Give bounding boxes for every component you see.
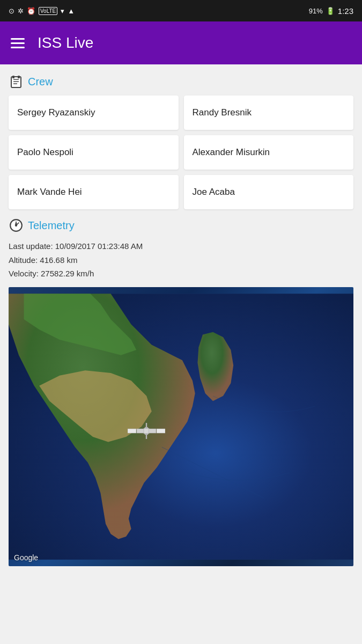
- volte-icon: VoLTE: [39, 7, 57, 15]
- crew-section-header: Crew: [9, 74, 353, 89]
- clock: 1:23: [338, 6, 353, 16]
- crew-card-5[interactable]: Joe Acaba: [184, 175, 354, 209]
- svg-rect-18: [146, 423, 147, 428]
- telemetry-section-header: Telemetry: [9, 218, 353, 233]
- status-right: 91% 🔋 1:23: [309, 6, 353, 16]
- map-container[interactable]: Google: [9, 287, 353, 566]
- screen-record-icon: ⊙: [9, 7, 14, 15]
- app-bar: ISS Live: [0, 21, 362, 64]
- status-icons: ⊙ ✲ ⏰ VoLTE ▾ ▲: [9, 7, 75, 15]
- crew-name-5: Joe Acaba: [193, 187, 235, 197]
- telemetry-icon: [9, 218, 24, 233]
- svg-rect-5: [18, 76, 20, 78]
- crew-card-0[interactable]: Sergey Ryazanskiy: [9, 96, 179, 130]
- menu-button[interactable]: [11, 38, 25, 48]
- crew-name-0: Sergey Ryazanskiy: [17, 107, 95, 118]
- battery-level: 91%: [309, 7, 323, 15]
- crew-card-1[interactable]: Randy Bresnik: [184, 96, 354, 130]
- crew-grid: Sergey Ryazanskiy Randy Bresnik Paolo Ne…: [9, 96, 353, 209]
- crew-name-4: Mark Vande Hei: [17, 187, 82, 197]
- map-svg: [9, 287, 353, 566]
- crew-section-title: Crew: [28, 76, 53, 88]
- svg-rect-12: [128, 429, 136, 433]
- svg-rect-0: [11, 77, 21, 87]
- iss-position-marker: [128, 423, 165, 441]
- telemetry-velocity: Velocity: 27582.29 km/h: [9, 267, 353, 281]
- map-background: Google: [9, 287, 353, 566]
- svg-rect-13: [137, 429, 144, 433]
- crew-name-3: Alexander Misurkin: [193, 147, 270, 158]
- svg-rect-4: [12, 76, 14, 78]
- telemetry-last-update: Last update: 10/09/2017 01:23:48 AM: [9, 239, 353, 253]
- telemetry-info: Last update: 10/09/2017 01:23:48 AM Alti…: [9, 239, 353, 281]
- main-content: Crew Sergey Ryazanskiy Randy Bresnik Pao…: [0, 64, 362, 574]
- telemetry-section: Telemetry Last update: 10/09/2017 01:23:…: [9, 218, 353, 281]
- svg-rect-17: [157, 429, 165, 433]
- app-title: ISS Live: [38, 34, 93, 52]
- bluetooth-icon: ✲: [18, 7, 24, 15]
- svg-rect-16: [149, 429, 156, 433]
- crew-name-1: Randy Bresnik: [193, 107, 252, 118]
- telemetry-section-title: Telemetry: [28, 219, 75, 232]
- crew-name-2: Paolo Nespoli: [17, 147, 73, 158]
- crew-card-4[interactable]: Mark Vande Hei: [9, 175, 179, 209]
- svg-rect-15: [144, 428, 149, 434]
- battery-icon: 🔋: [326, 7, 335, 15]
- telemetry-altitude: Altitude: 416.68 km: [9, 253, 353, 267]
- map-watermark: Google: [14, 553, 38, 562]
- svg-rect-19: [146, 434, 147, 439]
- status-bar: ⊙ ✲ ⏰ VoLTE ▾ ▲ 91% 🔋 1:23: [0, 0, 362, 21]
- alarm-icon: ⏰: [27, 7, 35, 15]
- crew-icon: [9, 74, 24, 89]
- crew-card-3[interactable]: Alexander Misurkin: [184, 135, 354, 170]
- signal-icon: ▲: [68, 7, 75, 15]
- crew-card-2[interactable]: Paolo Nespoli: [9, 135, 179, 170]
- wifi-icon: ▾: [61, 7, 64, 15]
